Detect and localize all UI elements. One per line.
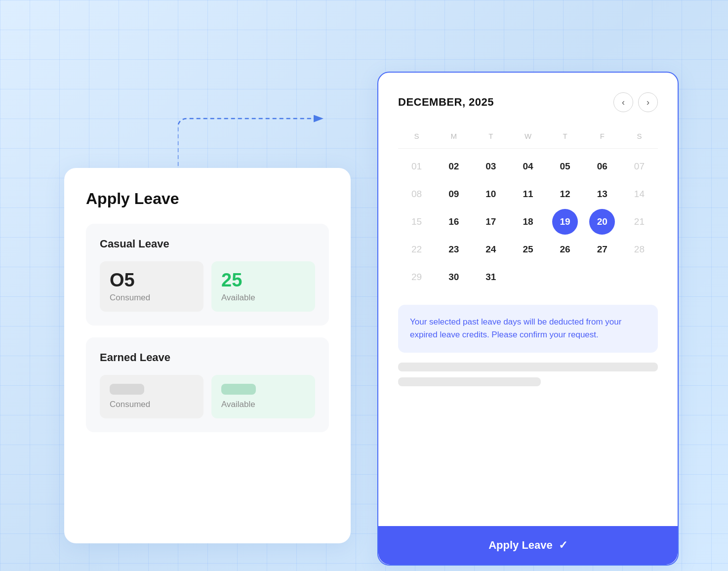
day-cell-wrapper: 28 — [621, 236, 658, 263]
casual-consumed-value: O5 — [110, 270, 194, 291]
day-header-t2: T — [547, 128, 584, 144]
day-31[interactable]: 31 — [478, 264, 504, 290]
day-cell-wrapper: 26 — [547, 236, 584, 263]
day-22[interactable]: 22 — [404, 237, 430, 262]
day-cell-wrapper: 18 — [509, 208, 546, 236]
apply-leave-panel: Apply Leave Casual Leave O5 Consumed 25 … — [64, 168, 351, 543]
day-23[interactable]: 23 — [441, 237, 467, 262]
day-cell-wrapper: 21 — [621, 208, 658, 236]
day-cell-wrapper: 11 — [509, 180, 546, 208]
day-empty4 — [626, 264, 652, 290]
day-header-f: F — [584, 128, 621, 144]
day-header-t1: T — [472, 128, 509, 144]
day-04[interactable]: 04 — [515, 154, 541, 179]
day-cell-wrapper: 29 — [398, 263, 435, 291]
day-cell-wrapper: 06 — [584, 153, 621, 180]
day-cell-wrapper: 27 — [584, 236, 621, 263]
day-cell-wrapper: 14 — [621, 180, 658, 208]
day-cell-wrapper: 12 — [547, 180, 584, 208]
day-header-s2: S — [621, 128, 658, 144]
day-17[interactable]: 17 — [478, 209, 504, 235]
day-18[interactable]: 18 — [515, 209, 541, 235]
casual-consumed-label: Consumed — [110, 293, 194, 303]
day-cell-wrapper: 09 — [435, 180, 472, 208]
day-20[interactable]: 20 — [589, 209, 615, 235]
casual-available-label: Available — [221, 293, 305, 303]
day-empty2 — [552, 264, 578, 290]
day-cell-wrapper: 01 — [398, 153, 435, 180]
day-empty3 — [589, 264, 615, 290]
calendar-nav: ‹ › — [613, 92, 658, 112]
days-grid: 01 02 03 04 05 06 07 08 09 10 11 12 13 1… — [398, 153, 658, 291]
day-29[interactable]: 29 — [404, 264, 430, 290]
day-cell-wrapper: 30 — [435, 263, 472, 291]
casual-consumed-box: O5 Consumed — [100, 261, 203, 312]
day-21[interactable]: 21 — [626, 209, 652, 235]
day-28[interactable]: 28 — [626, 237, 652, 262]
earned-consumed-label: Consumed — [110, 400, 194, 409]
calendar-divider — [398, 148, 658, 149]
day-25[interactable]: 25 — [515, 237, 541, 262]
day-cell-wrapper: 10 — [472, 180, 509, 208]
input-skeleton-1 — [398, 363, 658, 371]
day-cell-wrapper — [621, 263, 658, 291]
day-cell-wrapper: 16 — [435, 208, 472, 236]
day-16[interactable]: 16 — [441, 209, 467, 235]
day-15[interactable]: 15 — [404, 209, 430, 235]
day-cell-wrapper — [547, 263, 584, 291]
calendar-panel: DECEMBER, 2025 ‹ › S M T W T F S 01 02 0… — [377, 72, 679, 566]
day-header-w: W — [509, 128, 546, 144]
earned-available-skeleton — [221, 384, 256, 395]
day-01[interactable]: 01 — [404, 154, 430, 179]
day-empty1 — [515, 264, 541, 290]
checkmark-icon: ✓ — [559, 539, 567, 552]
apply-leave-button[interactable]: Apply Leave ✓ — [378, 526, 678, 565]
casual-available-value: 25 — [221, 270, 305, 291]
day-26[interactable]: 26 — [552, 237, 578, 262]
day-cell-wrapper: 05 — [547, 153, 584, 180]
day-14[interactable]: 14 — [626, 181, 652, 207]
day-19[interactable]: 19 — [552, 209, 578, 235]
day-cell-wrapper: 03 — [472, 153, 509, 180]
day-07[interactable]: 07 — [626, 154, 652, 179]
day-cell-wrapper: 15 — [398, 208, 435, 236]
casual-leave-title: Casual Leave — [100, 238, 315, 250]
earned-leave-title: Earned Leave — [100, 351, 315, 364]
day-cell-wrapper: 02 — [435, 153, 472, 180]
day-13[interactable]: 13 — [589, 181, 615, 207]
day-header-s1: S — [398, 128, 435, 144]
day-03[interactable]: 03 — [478, 154, 504, 179]
day-05[interactable]: 05 — [552, 154, 578, 179]
day-10[interactable]: 10 — [478, 181, 504, 207]
day-headers: S M T W T F S — [398, 128, 658, 144]
earned-available-label: Available — [221, 400, 305, 409]
day-08[interactable]: 08 — [404, 181, 430, 207]
day-cell-wrapper: 17 — [472, 208, 509, 236]
day-cell-wrapper — [584, 263, 621, 291]
casual-leave-card: Casual Leave O5 Consumed 25 Available — [86, 224, 329, 326]
day-cell-wrapper: 24 — [472, 236, 509, 263]
day-cell-wrapper: 23 — [435, 236, 472, 263]
day-cell-wrapper: 20 — [584, 208, 621, 236]
earned-consumed-box: Consumed — [100, 375, 203, 418]
day-09[interactable]: 09 — [441, 181, 467, 207]
day-header-m: M — [435, 128, 472, 144]
day-06[interactable]: 06 — [589, 154, 615, 179]
day-11[interactable]: 11 — [515, 181, 541, 207]
day-24[interactable]: 24 — [478, 237, 504, 262]
earned-available-box: Available — [211, 375, 315, 418]
next-month-button[interactable]: › — [638, 92, 658, 112]
day-cell-wrapper: 19 — [547, 208, 584, 236]
day-cell-wrapper: 25 — [509, 236, 546, 263]
day-02[interactable]: 02 — [441, 154, 467, 179]
day-30[interactable]: 30 — [441, 264, 467, 290]
day-cell-wrapper — [509, 263, 546, 291]
day-27[interactable]: 27 — [589, 237, 615, 262]
day-cell-wrapper: 07 — [621, 153, 658, 180]
panel-title: Apply Leave — [86, 190, 329, 208]
casual-available-box: 25 Available — [211, 261, 315, 312]
earned-leave-card: Earned Leave Consumed Available — [86, 337, 329, 432]
prev-month-button[interactable]: ‹ — [613, 92, 633, 112]
day-12[interactable]: 12 — [552, 181, 578, 207]
apply-leave-button-label: Apply Leave — [488, 539, 553, 552]
